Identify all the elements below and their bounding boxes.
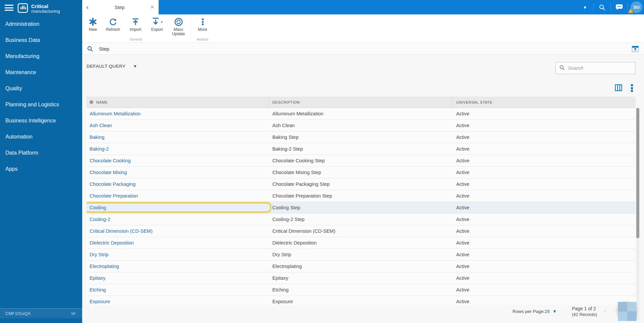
step-name-link[interactable]: Critical Dimension (CD-SEM) <box>90 228 153 234</box>
step-name-link[interactable]: Chocolate Preparation <box>90 193 138 199</box>
messages-icon[interactable] <box>611 0 627 14</box>
step-name-link[interactable]: Cooling <box>90 205 106 210</box>
table-row[interactable]: Dry Strip Dry Strip Active <box>87 249 636 261</box>
tab-back-icon[interactable]: ‹ <box>86 4 89 11</box>
table-row[interactable]: Chocolate Preparation Chocolate Preparat… <box>87 190 636 202</box>
step-name-link[interactable]: Cooling-2 <box>90 217 110 222</box>
table-row[interactable]: Exposure Exposure Active <box>87 296 636 305</box>
import-button[interactable]: Import <box>125 17 146 32</box>
grid-search-input[interactable] <box>568 65 630 71</box>
previous-page-icon[interactable]: ‹ <box>604 307 606 314</box>
cell-state: Active <box>452 217 636 222</box>
step-name-link[interactable]: Epitaxy <box>90 275 106 281</box>
tab-close-icon[interactable]: × <box>150 4 154 11</box>
sidebar-item-maintenance[interactable]: Maintenance <box>0 64 82 80</box>
mass-update-button[interactable]: Mass Update <box>168 17 189 36</box>
new-button[interactable]: New <box>82 17 104 32</box>
cell-state: Active <box>452 193 636 199</box>
sidebar: Critical manufacturing Administration Bu… <box>0 0 82 323</box>
refresh-button[interactable]: Refresh <box>102 17 124 32</box>
step-name-link[interactable]: Chocolate Mixing <box>90 170 127 175</box>
column-header-description[interactable]: DESCRIPTION <box>269 97 452 108</box>
step-name-link[interactable]: Chocolate Packaging <box>90 181 136 187</box>
sidebar-item-business-intelligence[interactable]: Business Intelligence <box>0 113 82 129</box>
touch-indicator-square <box>618 302 637 321</box>
entity-search-bar[interactable]: Step <box>82 43 644 55</box>
expand-panel-icon[interactable] <box>632 46 639 52</box>
cell-state: Active <box>452 299 636 304</box>
sidebar-item-automation[interactable]: Automation <box>0 129 82 145</box>
cell-description: Ash Clean <box>269 123 452 128</box>
rows-per-page-dropdown[interactable]: Rows per Page:25 ▼ <box>513 309 557 314</box>
more-button[interactable]: More <box>192 17 213 32</box>
step-name-link[interactable]: Baking <box>90 134 104 140</box>
toolbar-group-label-actions: Actions <box>191 37 215 41</box>
step-name-link[interactable]: Dielectric Deposition <box>90 240 134 246</box>
sidebar-item-quality[interactable]: Quality <box>0 80 82 97</box>
sidebar-item-data-platform[interactable]: Data Platform <box>0 145 82 161</box>
column-header-universal-state[interactable]: UNIVERSAL STATE <box>452 97 636 108</box>
vertical-scrollbar-track[interactable] <box>636 108 639 320</box>
table-row[interactable]: Baking Baking Step Active <box>87 131 636 143</box>
table-row[interactable]: Dielectric Deposition Dielectric Deposit… <box>87 237 636 249</box>
table-row[interactable]: Baking-2 Baking-2 Step Active <box>87 143 636 155</box>
vertical-scrollbar-thumb[interactable] <box>636 108 639 238</box>
table-row[interactable]: Ash Clean Ash Clean Active <box>87 120 636 131</box>
table-row[interactable]: Electroplating Electroplating Active <box>87 261 636 272</box>
tab-step[interactable]: ‹ Step × <box>82 0 159 14</box>
export-button[interactable]: ▾ Export <box>146 17 168 32</box>
sidebar-item-business-data[interactable]: Business Data <box>0 32 82 48</box>
step-name-link[interactable]: Electroplating <box>90 264 119 269</box>
entity-search-value[interactable]: Step <box>99 46 109 52</box>
table-row[interactable]: Critical Dimension (CD-SEM) Critical Dim… <box>87 225 636 237</box>
cell-description: Dry Strip <box>269 252 452 257</box>
cell-state: Active <box>452 146 636 152</box>
select-all-circle-icon[interactable] <box>90 100 93 104</box>
table-row[interactable]: Etching Etching Active <box>87 284 636 296</box>
column-header-name[interactable]: NAME <box>87 97 269 108</box>
query-selector[interactable]: DEFAULT QUERY ▼ <box>87 64 137 69</box>
global-search-icon[interactable] <box>594 0 610 14</box>
step-name-link[interactable]: Exposure <box>90 299 110 304</box>
hamburger-menu-icon[interactable] <box>5 5 13 11</box>
cell-description: Baking-2 Step <box>269 146 452 152</box>
grid-menu-kebab-icon[interactable] <box>631 84 633 93</box>
brand-name: Critical <box>31 4 60 9</box>
cell-description: Cooling Step <box>269 205 452 210</box>
table-row[interactable]: Chocolate Packaging Chocolate Packaging … <box>87 178 636 190</box>
user-avatar[interactable]: SU <box>631 1 642 13</box>
cell-state: Active <box>452 205 636 210</box>
step-name-link[interactable]: Chocolate Cooking <box>90 158 131 163</box>
column-settings-icon[interactable] <box>615 84 622 93</box>
sidebar-item-planning-logistics[interactable]: Planning and Logistics <box>0 97 82 113</box>
table-row[interactable]: Epitaxy Epitaxy Active <box>87 272 636 284</box>
step-name-link[interactable]: Etching <box>90 287 106 292</box>
focus-highlight-ring <box>87 203 271 212</box>
brand-logo: Critical manufacturing <box>17 3 60 14</box>
sidebar-item-administration[interactable]: Administration <box>0 16 82 32</box>
table-header: NAME DESCRIPTION UNIVERSAL STATE <box>87 97 636 108</box>
sidebar-item-apps[interactable]: Apps <box>0 161 82 177</box>
table-row[interactable]: Cooling-2 Cooling-2 Step Active <box>87 214 636 225</box>
step-name-link[interactable]: Alluminum Metallization <box>90 111 141 116</box>
step-name-link[interactable]: Baking-2 <box>90 146 109 152</box>
table-row[interactable]: Alluminum Metallization Alluminum Metall… <box>87 108 636 120</box>
step-name-link[interactable]: Ash Clean <box>90 123 112 128</box>
topbar-dropdown-caret-icon[interactable]: ▾ <box>577 0 593 14</box>
table-row[interactable]: Chocolate Mixing Chocolate Mixing Step A… <box>87 167 636 178</box>
cell-description: Baking Step <box>269 134 452 140</box>
cell-state: Active <box>452 123 636 128</box>
table-row[interactable]: Chocolate Cooking Chocolate Cooking Step… <box>87 155 636 167</box>
steps-table: NAME DESCRIPTION UNIVERSAL STATE Allumin… <box>87 97 636 305</box>
query-selected-label: DEFAULT QUERY <box>87 64 125 69</box>
rows-per-page-caret-icon: ▼ <box>552 309 557 314</box>
table-row-highlighted[interactable]: Cooling Cooling Step Active <box>87 202 636 214</box>
cell-state: Active <box>452 111 636 116</box>
step-name-link[interactable]: Dry Strip <box>90 252 108 257</box>
toolbar: New Refresh <box>82 14 644 43</box>
sidebar-item-manufacturing[interactable]: Manufacturing <box>0 48 82 64</box>
export-dropdown-caret-icon[interactable]: ▾ <box>161 20 162 24</box>
cell-description: Etching <box>269 287 452 292</box>
grid-search-box[interactable] <box>555 62 635 74</box>
import-upload-icon <box>125 17 146 27</box>
